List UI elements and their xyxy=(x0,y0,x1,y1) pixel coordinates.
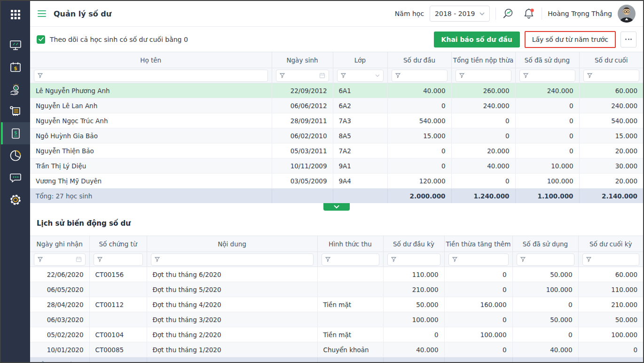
filter-funnel-icon xyxy=(587,73,592,78)
cell: 0 xyxy=(387,98,451,113)
sidebar-item-apps[interactable] xyxy=(1,1,30,28)
toolbar: Theo dõi cả học sinh có số dư cuối bằng … xyxy=(30,27,643,52)
table-row[interactable]: 06/05/2020Đợt thu tháng 5/2020210.000010… xyxy=(30,282,643,297)
filter-input[interactable] xyxy=(460,256,505,263)
sidebar-item-receipts[interactable] xyxy=(1,100,30,122)
filter-payment-method[interactable] xyxy=(322,253,379,266)
column-header[interactable]: Số chứng từ xyxy=(89,236,147,252)
notification-bell-icon[interactable] xyxy=(522,7,536,21)
search-analytics-icon[interactable] xyxy=(502,7,516,21)
column-header[interactable]: Số đã sử dụng xyxy=(515,52,579,68)
filter-input[interactable] xyxy=(403,72,444,79)
cell: 40.000 xyxy=(512,342,578,357)
filter-opening-balance[interactable] xyxy=(392,70,448,82)
avatar[interactable] xyxy=(618,5,636,23)
table-row[interactable]: Ngô Huỳnh Gia Bảo06/02/20108A515.0000015… xyxy=(30,128,643,143)
calendar-icon[interactable] xyxy=(76,256,82,262)
column-header[interactable]: Hình thức thu xyxy=(317,236,383,252)
filter-content[interactable] xyxy=(151,253,314,266)
column-header[interactable]: Nội dung xyxy=(147,236,317,252)
table-row[interactable]: Nguyễn Ngọc Trúc Anh28/09/20117A3540.000… xyxy=(30,113,643,128)
table-row[interactable]: Nguyễn Lê Lan Anh06/06/20126A20240.00002… xyxy=(30,98,643,113)
filter-total-overpaid[interactable] xyxy=(456,70,511,82)
cell: 03/05/2009 xyxy=(272,174,333,189)
filter-record-date[interactable] xyxy=(34,253,86,266)
column-header[interactable]: Ngày ghi nhận xyxy=(30,236,89,252)
column-header[interactable]: Lớp xyxy=(333,52,387,68)
filter-input[interactable] xyxy=(595,72,636,79)
table-row[interactable]: Trần Thị Lý Diệu10/11/20099A1040.00010.0… xyxy=(30,158,643,174)
filter-added[interactable] xyxy=(448,253,509,266)
cell: 0 xyxy=(444,267,512,282)
receipt-icon xyxy=(9,105,22,118)
filter-input[interactable] xyxy=(399,256,437,263)
school-year-select[interactable]: 2018 - 2019 xyxy=(430,6,490,22)
column-header[interactable]: Số dư đầu xyxy=(387,52,451,68)
filter-opening-period[interactable] xyxy=(387,253,440,266)
sidebar-item-settings[interactable] xyxy=(1,189,30,211)
track-zero-balance-checkbox[interactable]: Theo dõi cả học sinh có số dư cuối bằng … xyxy=(37,35,188,44)
filter-closing-balance[interactable] xyxy=(583,70,640,82)
user-name[interactable]: Hoàng Trọng Thẳng xyxy=(548,10,612,17)
more-options-button[interactable] xyxy=(620,32,636,47)
column-header[interactable]: Số dư đầu kỳ xyxy=(383,236,444,252)
cell: 240.000 xyxy=(451,98,515,113)
calendar-icon[interactable] xyxy=(319,72,325,79)
table-row[interactable]: 05/02/2020CT00104Đợt thu tháng 2/2020Tiề… xyxy=(30,327,643,342)
sidebar-item-reports[interactable] xyxy=(1,144,30,166)
table-row[interactable]: Vương Thị Mỹ Duyên03/05/20099A4120.00001… xyxy=(30,174,643,189)
table-row[interactable]: Nguyễn Thiện Bảo05/03/20117A2020.000020.… xyxy=(30,143,643,158)
cell: 40.000 xyxy=(451,158,515,174)
sidebar-item-balance[interactable]: $ xyxy=(1,122,30,144)
filter-funnel-icon xyxy=(155,257,160,262)
filter-class[interactable] xyxy=(337,70,384,82)
filter-input[interactable] xyxy=(467,72,508,79)
column-header[interactable]: Tiền thừa tăng thêm xyxy=(444,236,512,252)
filter-voucher-no[interactable] xyxy=(94,253,143,266)
filter-used[interactable] xyxy=(517,253,574,266)
cell: 0 xyxy=(512,297,578,312)
filter-birthdate[interactable] xyxy=(276,70,329,82)
filter-used[interactable] xyxy=(519,70,575,82)
chevron-down-icon xyxy=(479,12,485,16)
column-header[interactable]: Số dư cuối kỳ xyxy=(578,236,643,252)
sidebar-item-dashboard[interactable] xyxy=(1,34,30,56)
collapse-history-button[interactable] xyxy=(323,203,350,211)
filter-input[interactable] xyxy=(45,72,264,79)
menu-hamburger-icon[interactable] xyxy=(38,10,46,17)
cell: 100.000 xyxy=(444,327,512,342)
filter-input[interactable] xyxy=(105,256,139,263)
filter-input[interactable] xyxy=(594,256,636,263)
filter-input[interactable] xyxy=(531,72,572,79)
sidebar-item-messages[interactable] xyxy=(1,166,30,189)
filter-input[interactable] xyxy=(348,72,373,79)
table-row[interactable]: Lê Nguyễn Phương Anh22/09/20126A140.0002… xyxy=(30,83,643,98)
filter-input[interactable] xyxy=(45,256,73,263)
table-row[interactable]: 22/06/2020CT00156Đợt thu tháng 6/2020110… xyxy=(30,267,643,282)
filter-input[interactable] xyxy=(333,256,376,263)
column-header[interactable]: Họ tên xyxy=(30,52,272,68)
get-balance-from-previous-year-button[interactable]: Lấy số dư từ năm trước xyxy=(525,31,616,48)
column-header[interactable]: Ngày sinh xyxy=(272,52,333,68)
table-row[interactable]: 28/04/2020CT00112Đợt thu tháng 4/2020Tiề… xyxy=(30,297,643,312)
column-header[interactable]: Số đã sử dụng xyxy=(512,236,578,252)
filter-input[interactable] xyxy=(162,256,310,263)
sidebar-item-fee-calendar[interactable]: $ xyxy=(1,56,30,78)
filter-input[interactable] xyxy=(287,72,317,79)
sidebar-item-collection[interactable]: $ xyxy=(1,78,30,100)
chevron-down-icon[interactable] xyxy=(375,74,380,77)
cell: 0 xyxy=(387,143,451,158)
filter-closing-period[interactable] xyxy=(582,253,640,266)
cell: 10/01/2020 xyxy=(30,342,89,357)
chat-icon xyxy=(9,171,22,184)
declare-opening-balance-button[interactable]: Khai báo số dư đầu xyxy=(434,32,520,47)
cell: 06/03/2020 xyxy=(30,312,89,327)
cell: 60.000 xyxy=(578,267,643,282)
column-header[interactable]: Tổng tiền nộp thừa xyxy=(451,52,515,68)
table-row[interactable]: 06/03/2020Đợt thu tháng 3/2020100.000050… xyxy=(30,312,643,327)
column-header[interactable]: Số dư cuối xyxy=(579,52,643,68)
filter-input[interactable] xyxy=(528,256,571,263)
filter-name[interactable] xyxy=(34,70,268,82)
table-row[interactable]: 10/01/2020CT00085Đợt thu tháng 1/2020Chu… xyxy=(30,342,643,357)
cell: Tổng: 10 dòng xyxy=(30,357,89,363)
